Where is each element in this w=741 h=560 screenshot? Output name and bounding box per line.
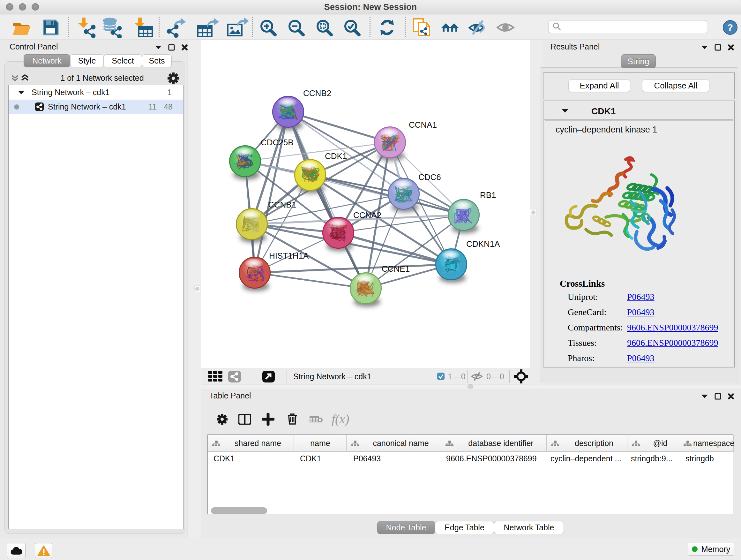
svg-text:?: ? bbox=[727, 22, 733, 33]
svg-text:CDC6: CDC6 bbox=[418, 172, 441, 182]
svg-text:CDK1: CDK1 bbox=[325, 151, 347, 161]
svg-text:CCNA1: CCNA1 bbox=[409, 120, 437, 130]
svg-text:CCNA2: CCNA2 bbox=[353, 210, 381, 220]
svg-text:CCNB1: CCNB1 bbox=[268, 200, 296, 209]
svg-text:RB1: RB1 bbox=[480, 190, 496, 200]
svg-text:CCNE1: CCNE1 bbox=[382, 264, 410, 273]
svg-text:CDC25B: CDC25B bbox=[261, 138, 293, 147]
svg-text:HIST1H1A: HIST1H1A bbox=[269, 251, 309, 260]
svg-text:CCNB2: CCNB2 bbox=[303, 88, 331, 98]
svg-text:CDKN1A: CDKN1A bbox=[466, 239, 500, 249]
